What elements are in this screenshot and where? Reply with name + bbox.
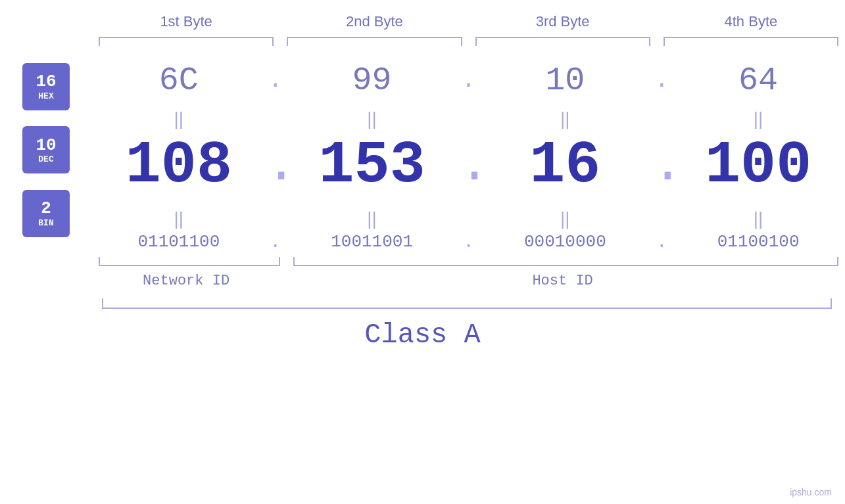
badges-col: 16 HEX 10 DEC 2 BIN (0, 49, 92, 252)
equals-row-2: || || || || (92, 208, 845, 229)
byte-label-2: 2nd Byte (280, 13, 468, 30)
big-bracket-right (831, 298, 832, 309)
bin-val-3: 00010000 (524, 232, 606, 252)
dot-sep-dec-2: . (459, 139, 479, 192)
brackets-top-row (0, 37, 845, 49)
dec-row: 108 . 153 . 16 . 100 (92, 132, 845, 199)
bin-row: 01101100 . 10011001 . 00010000 . 0110010… (92, 232, 845, 252)
dec-val-3: 16 (529, 132, 600, 199)
dot-sep-hex-2: . (459, 69, 479, 93)
id-labels-row: Network ID Host ID (0, 273, 845, 289)
badge-dec-number: 10 (36, 136, 56, 155)
byte-label-4: 4th Byte (657, 13, 845, 30)
eq-1-4: || (671, 108, 845, 129)
hex-val-2: 99 (352, 62, 392, 99)
badge-hex-number: 16 (36, 72, 56, 91)
dot-sep-hex-1: . (266, 69, 285, 93)
bin-cell-4: 01100100 (671, 232, 845, 252)
bin-cell-2: 10011001 (285, 232, 459, 252)
byte-labels-row: 1st Byte 2nd Byte 3rd Byte 4th Byte (0, 13, 845, 30)
bracket-nh-network (99, 254, 280, 266)
badge-hex-label: HEX (38, 91, 53, 101)
bracket-top-2 (287, 37, 462, 49)
bin-val-1: 01101100 (137, 232, 220, 252)
dot-sep-hex-3: . (652, 69, 671, 93)
dec-val-1: 108 (126, 132, 232, 199)
dec-cell-3: 16 (479, 132, 652, 199)
dot-sep-bin-2: . (459, 232, 479, 252)
eq-2-3: || (479, 208, 652, 229)
class-row: Class A (0, 319, 845, 351)
bracket-top-1 (99, 37, 274, 49)
host-id-wrapper: Host ID (280, 273, 845, 289)
big-bracket-row (0, 296, 845, 309)
big-bracket-left (102, 298, 103, 309)
network-id-label: Network ID (143, 273, 229, 289)
dot-sep-dec-1: . (266, 139, 285, 192)
values-grid: 6C . 99 . 10 . 64 || || (92, 49, 845, 252)
hex-cell-2: 99 (285, 62, 459, 99)
hex-val-3: 10 (545, 62, 585, 99)
eq-1-3: || (479, 108, 652, 129)
badge-dec: 10 DEC (22, 126, 70, 173)
network-id-wrapper: Network ID (92, 273, 280, 289)
main-container: 1st Byte 2nd Byte 3rd Byte 4th Byte 16 H… (0, 0, 845, 504)
hex-cell-3: 10 (479, 62, 652, 99)
badge-bin: 2 BIN (22, 190, 70, 237)
bin-cell-1: 01101100 (92, 232, 266, 252)
byte-label-3: 3rd Byte (469, 13, 657, 30)
dot-sep-bin-3: . (652, 232, 671, 252)
hex-cell-1: 6C (92, 62, 266, 99)
badge-bin-label: BIN (38, 218, 53, 228)
brackets-network-host (0, 254, 845, 266)
eq-2-4: || (671, 208, 845, 229)
hex-cell-4: 64 (671, 62, 845, 99)
dec-cell-1: 108 (92, 132, 266, 199)
badge-bin-number: 2 (41, 199, 51, 218)
class-label: Class A (364, 319, 480, 351)
hex-val-4: 64 (738, 62, 778, 99)
content-area: 16 HEX 10 DEC 2 BIN 6C . 99 (0, 49, 845, 252)
bin-val-2: 10011001 (331, 232, 413, 252)
bracket-top-4 (664, 37, 838, 49)
dec-val-4: 100 (705, 132, 811, 199)
big-bracket-line (102, 308, 832, 309)
badge-dec-label: DEC (38, 154, 53, 164)
bracket-top-3 (475, 37, 650, 49)
hex-row: 6C . 99 . 10 . 64 (92, 62, 845, 99)
eq-2-1: || (92, 208, 266, 229)
dec-val-2: 153 (319, 132, 425, 199)
byte-label-1: 1st Byte (92, 13, 280, 30)
dot-sep-dec-3: . (652, 139, 671, 192)
host-id-label: Host ID (532, 273, 592, 289)
eq-2-2: || (285, 208, 459, 229)
dec-cell-2: 153 (285, 132, 459, 199)
bin-cell-3: 00010000 (479, 232, 652, 252)
bin-val-4: 01100100 (717, 232, 800, 252)
equals-row-1: || || || || (92, 108, 845, 129)
hex-val-1: 6C (159, 62, 199, 99)
eq-1-2: || (285, 108, 459, 129)
watermark: ipshu.com (790, 487, 832, 497)
eq-1-1: || (92, 108, 266, 129)
dec-cell-4: 100 (671, 132, 845, 199)
bracket-nh-host (293, 254, 838, 266)
badge-hex: 16 HEX (22, 63, 70, 110)
dot-sep-bin-1: . (266, 232, 285, 252)
